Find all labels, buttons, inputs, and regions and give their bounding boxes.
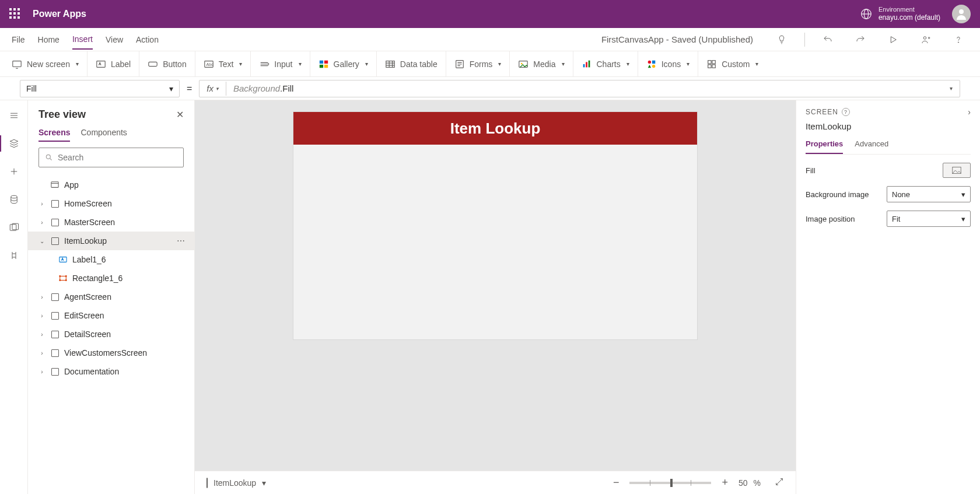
app-header: Power Apps Environment enayu.com (defaul… bbox=[0, 0, 980, 28]
data-rail-icon[interactable] bbox=[7, 192, 21, 206]
insert-rail-icon[interactable] bbox=[7, 164, 21, 178]
more-icon[interactable]: ⋯ bbox=[177, 236, 186, 246]
formula-bar: Fill ▾ = fx▾ Background.Fill ▾ bbox=[0, 77, 980, 100]
svg-rect-39 bbox=[953, 167, 961, 173]
tree-node-app[interactable]: App bbox=[28, 176, 194, 194]
zoom-slider[interactable] bbox=[629, 482, 711, 484]
panel-expand-icon[interactable]: › bbox=[968, 107, 971, 117]
tree-node-rectangle1_6[interactable]: Rectangle1_6 bbox=[28, 269, 194, 288]
play-icon[interactable] bbox=[883, 30, 903, 50]
chevron-down-icon: ▾ bbox=[169, 84, 173, 93]
chevron-right-icon[interactable]: › bbox=[38, 350, 46, 356]
svg-rect-24 bbox=[708, 60, 711, 63]
tree-view-title: Tree view bbox=[38, 108, 86, 121]
footer-screen-name[interactable]: ItemLookup bbox=[214, 478, 256, 488]
tree-node-homescreen[interactable]: ›HomeScreen bbox=[28, 194, 194, 213]
undo-icon[interactable] bbox=[818, 30, 838, 50]
menu-action[interactable]: Action bbox=[136, 30, 159, 49]
property-selector[interactable]: Fill ▾ bbox=[20, 80, 180, 97]
tree-node-agentscreen[interactable]: ›AgentScreen bbox=[28, 288, 194, 306]
properties-panel: SCREEN ? › ItemLookup Properties Advance… bbox=[796, 100, 980, 494]
chevron-right-icon[interactable]: › bbox=[38, 201, 46, 207]
zoom-out-icon[interactable]: − bbox=[613, 477, 620, 489]
tools-rail-icon[interactable] bbox=[7, 248, 21, 262]
formula-input[interactable]: fx▾ Background.Fill ▾ bbox=[199, 80, 960, 97]
chevron-right-icon[interactable]: › bbox=[38, 369, 46, 375]
environment-picker[interactable]: Environment enayu.com (default) bbox=[860, 6, 940, 22]
redo-icon[interactable] bbox=[850, 30, 870, 50]
tab-screens[interactable]: Screens bbox=[38, 128, 70, 142]
gallery-button[interactable]: Gallery▾ bbox=[310, 51, 377, 77]
tree-view-rail-icon[interactable] bbox=[7, 136, 21, 150]
gallery-icon bbox=[318, 59, 329, 69]
fx-icon: fx▾ bbox=[206, 83, 219, 93]
tab-components[interactable]: Components bbox=[80, 128, 127, 142]
bgimage-select[interactable]: None▾ bbox=[887, 186, 971, 202]
screen-preview[interactable]: Item Lookup bbox=[293, 112, 697, 339]
menu-home[interactable]: Home bbox=[38, 30, 60, 49]
imgpos-select[interactable]: Fit▾ bbox=[887, 211, 971, 227]
button-button[interactable]: Button bbox=[139, 51, 195, 77]
waffle-icon[interactable] bbox=[9, 8, 21, 20]
share-icon[interactable] bbox=[916, 30, 936, 50]
canvas-header-rect[interactable]: Item Lookup bbox=[293, 112, 697, 145]
chevron-down-icon[interactable]: ⌄ bbox=[38, 238, 46, 244]
zoom-in-icon[interactable]: + bbox=[722, 477, 728, 489]
svg-point-37 bbox=[60, 280, 61, 281]
fit-to-window-icon[interactable] bbox=[775, 477, 784, 488]
help-icon[interactable] bbox=[949, 30, 968, 50]
custom-button[interactable]: Custom▾ bbox=[698, 51, 766, 77]
hamburger-icon[interactable] bbox=[7, 108, 21, 122]
charts-button[interactable]: Charts▾ bbox=[573, 51, 638, 77]
tree-node-documentation[interactable]: ›Documentation bbox=[28, 362, 194, 381]
user-avatar[interactable] bbox=[952, 5, 971, 23]
tree-view-panel: Tree view ✕ Screens Components App ›Home… bbox=[28, 100, 195, 494]
control-name[interactable]: ItemLookup bbox=[806, 121, 971, 131]
chevron-right-icon[interactable]: › bbox=[38, 219, 46, 226]
forms-icon bbox=[454, 59, 465, 69]
screen-icon bbox=[12, 59, 22, 69]
tree-search[interactable] bbox=[38, 148, 184, 167]
new-screen-button[interactable]: New screen▾ bbox=[12, 51, 88, 77]
chevron-down-icon[interactable]: ▾ bbox=[262, 478, 266, 488]
tree-node-itemlookup[interactable]: ⌄ItemLookup⋯ bbox=[28, 232, 194, 250]
tree-node-viewcustomersscreen[interactable]: ›ViewCustomersScreen bbox=[28, 344, 194, 362]
menu-view[interactable]: View bbox=[106, 30, 123, 49]
forms-button[interactable]: Forms▾ bbox=[446, 51, 510, 77]
tree-node-detailscreen[interactable]: ›DetailScreen bbox=[28, 325, 194, 344]
search-input[interactable] bbox=[58, 153, 177, 162]
label-button[interactable]: Label bbox=[88, 51, 139, 77]
info-icon[interactable]: ? bbox=[842, 108, 850, 116]
tree-node-label1_6[interactable]: Label1_6 bbox=[28, 250, 194, 269]
svg-rect-27 bbox=[712, 64, 715, 67]
control-type-label: SCREEN ? bbox=[806, 108, 850, 116]
menu-insert[interactable]: Insert bbox=[72, 30, 93, 50]
svg-rect-18 bbox=[583, 64, 584, 67]
icons-button[interactable]: Icons▾ bbox=[638, 51, 698, 77]
app-checker-icon[interactable] bbox=[772, 30, 792, 50]
chevron-right-icon[interactable]: › bbox=[38, 331, 46, 338]
svg-rect-32 bbox=[51, 182, 58, 188]
label-node-icon bbox=[58, 255, 68, 264]
tab-advanced[interactable]: Advanced bbox=[855, 139, 888, 154]
tree-node-editscreen[interactable]: ›EditScreen bbox=[28, 306, 194, 325]
svg-rect-12 bbox=[319, 64, 323, 67]
input-button[interactable]: Input▾ bbox=[251, 51, 310, 77]
menubar: File Home Insert View Action FirstCanvas… bbox=[0, 28, 980, 51]
menu-file[interactable]: File bbox=[12, 30, 25, 49]
svg-rect-16 bbox=[519, 61, 527, 67]
tab-properties[interactable]: Properties bbox=[806, 139, 843, 154]
close-icon[interactable]: ✕ bbox=[176, 109, 184, 120]
data-table-button[interactable]: Data table bbox=[377, 51, 446, 77]
zoom-value: 50 bbox=[738, 478, 748, 488]
fill-color-swatch[interactable] bbox=[943, 163, 971, 178]
media-rail-icon[interactable] bbox=[7, 220, 21, 234]
chevron-right-icon[interactable]: › bbox=[38, 294, 46, 300]
chevron-right-icon[interactable]: › bbox=[38, 313, 46, 319]
media-button[interactable]: Media▾ bbox=[510, 51, 573, 77]
tree-node-masterscreen[interactable]: ›MasterScreen bbox=[28, 213, 194, 232]
svg-rect-26 bbox=[708, 64, 711, 67]
text-button[interactable]: Abc Text▾ bbox=[195, 51, 251, 77]
formula-expand-icon[interactable]: ▾ bbox=[950, 85, 953, 92]
button-icon bbox=[148, 59, 158, 69]
